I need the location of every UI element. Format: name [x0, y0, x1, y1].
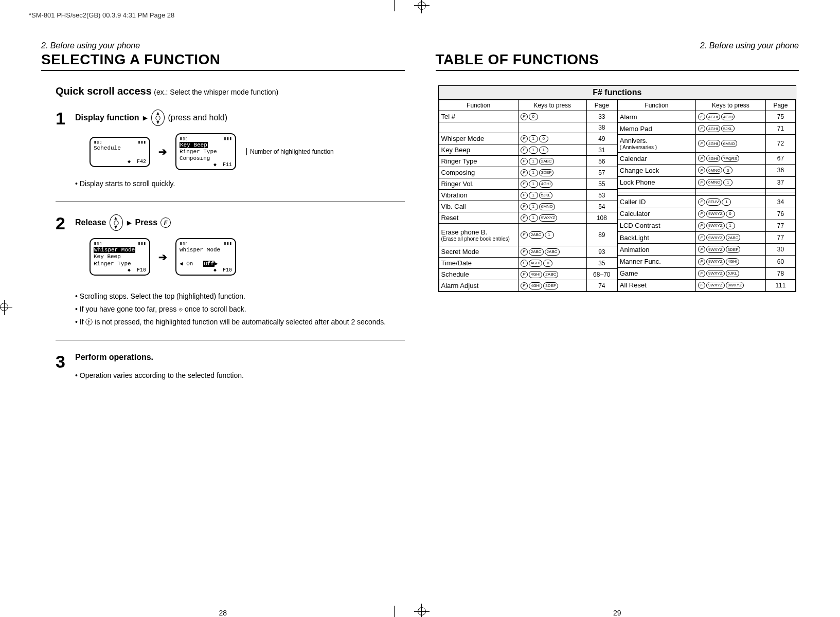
num-key-icon: 9WXYZ	[706, 270, 725, 277]
func-name: Alarm	[620, 113, 693, 121]
f-key-icon: F	[521, 271, 528, 278]
key-sequence: F9WXYZ2ABC	[698, 234, 763, 241]
page-ref: 74	[586, 280, 617, 292]
f-key-icon: F	[698, 113, 705, 120]
step-3: 3 Perform operations. Operation varies a…	[56, 353, 405, 383]
num-key-icon: 4GHI	[706, 155, 720, 162]
f-key-icon: F	[698, 282, 705, 289]
func-name: Alarm Adjust	[441, 282, 516, 289]
num-key-icon: 1	[529, 135, 538, 142]
func-name: Ringer Type	[441, 157, 516, 165]
step-2-num: 2	[56, 214, 70, 329]
num-key-icon: 4GHI	[706, 140, 720, 147]
table-row: ComposingF13DEF57	[439, 167, 617, 178]
page-ref: 53	[586, 190, 617, 201]
func-name: Ringer Vol.	[441, 180, 516, 188]
page-left: 2. Before using your phone SELECTING A F…	[36, 41, 410, 591]
num-key-icon: 9WXYZ	[706, 222, 725, 229]
func-name: Caller ID	[620, 198, 693, 206]
func-name: Calendar	[620, 155, 693, 162]
num-key-icon: 2ABC	[545, 248, 560, 256]
functions-table-title: F# functions	[439, 86, 796, 100]
func-name: Vibration	[441, 191, 516, 199]
page-ref: 57	[586, 167, 617, 178]
num-key-icon: 1	[529, 169, 538, 176]
func-name: BackLight	[620, 234, 693, 242]
page-ref: 75	[765, 111, 795, 123]
key-sequence: F4GHI3DEF	[521, 282, 584, 289]
tri-icon: ▶	[143, 115, 147, 121]
key-sequence: F9WXYZ1	[698, 222, 763, 229]
key-sequence: F9WXYZ5JKL	[698, 270, 763, 277]
th-keys: Keys to press	[518, 100, 586, 111]
page-title-right: TABLE OF FUNCTIONS	[436, 51, 799, 71]
lcd-keybeep: ▮▯▯▮▮▮ Key Beep Ringer Type Composing ◆ …	[175, 133, 236, 170]
key-sequence: F4GHI2ABC	[521, 271, 584, 278]
scroll-key-icon: ▲◯▼	[151, 110, 165, 126]
table-row: Annivers.( Anniversaries )F4GHI6MNO72	[617, 135, 795, 153]
num-key-icon: 0	[539, 135, 548, 142]
page-ref: 37	[765, 176, 795, 188]
f-key-icon: F	[698, 258, 705, 265]
num-key-icon: 0	[529, 113, 538, 120]
page-ref: 49	[586, 133, 617, 144]
page-ref: 78	[765, 267, 795, 279]
th-page-r: Page	[765, 100, 795, 111]
num-key-icon: 9WXYZ	[706, 258, 725, 265]
num-key-icon: 4GHI	[721, 113, 735, 120]
lcd-whisper: ▮▯▯▮▮▮ Whisper Mode Key Beep Ringer Type…	[90, 238, 150, 275]
page-num-left: 28	[219, 609, 227, 617]
page-title-left: SELECTING A FUNCTION	[41, 51, 405, 71]
register-plus-top	[414, 5, 430, 6]
page-ref: 71	[765, 123, 795, 135]
functions-table-right: Function Keys to press Page AlarmF4GHI4G…	[617, 100, 796, 292]
table-row: Change LockF6MNO036	[617, 165, 795, 176]
table-row	[617, 188, 795, 192]
key-sequence: F2ABC1	[521, 231, 584, 239]
key-sequence: F4GHI6MNO	[698, 140, 763, 147]
step-1-bullet: Display starts to scroll quickly.	[75, 178, 405, 189]
table-row: ResetF19WXYZ108	[439, 212, 617, 224]
func-name: Lock Phone	[620, 178, 693, 186]
func-name: Composing	[441, 169, 516, 176]
func-name: Tel #	[441, 113, 516, 120]
func-name: Calculator	[620, 210, 693, 217]
page-ref: 72	[765, 135, 795, 153]
func-name: Annivers.	[620, 137, 693, 144]
f-key-icon: F	[698, 234, 705, 241]
func-name: Reset	[441, 214, 516, 222]
lcd-onoff: ▮▯▯▮▮▮ Whisper Mode ◀ On Off▶ ◆ F10	[175, 238, 236, 275]
num-key-icon: 3DEF	[543, 282, 558, 289]
f-key-icon: F	[698, 198, 705, 206]
f-key-icon: F	[521, 135, 528, 142]
f-key-icon: F	[698, 222, 705, 229]
num-key-icon: 2ABC	[543, 271, 558, 278]
num-key-icon: 4GHI	[706, 125, 720, 132]
f-key-icon: F	[698, 246, 705, 253]
table-row: VibrationF15JKL53	[439, 190, 617, 201]
key-sequence: F4GHI4GHI	[698, 113, 763, 120]
f-key-icon: F	[521, 158, 528, 165]
f-key-icon: F	[698, 179, 705, 186]
f-key-icon: F	[698, 210, 705, 217]
key-sequence: F9WXYZ4GHI	[698, 258, 763, 265]
num-key-icon: 3DEF	[539, 169, 553, 176]
num-key-icon: 6MNO	[721, 140, 737, 147]
func-name: Schedule	[441, 270, 516, 278]
f-key-icon: F	[521, 260, 528, 267]
page-ref: 33	[586, 111, 617, 122]
num-key-icon: 9WXYZ	[539, 214, 558, 222]
page-ref: 36	[765, 165, 795, 176]
table-row: BackLightF9WXYZ2ABC77	[617, 232, 795, 244]
f-key-icon: F	[160, 217, 171, 228]
num-key-icon: 5JKL	[726, 270, 739, 277]
page-ref: 111	[765, 279, 795, 291]
page-ref: 35	[586, 258, 617, 269]
func-name: Erase phone B.	[441, 228, 516, 236]
func-name: Whisper Mode	[441, 135, 516, 142]
page-ref: 108	[586, 212, 617, 224]
table-row: Whisper ModeF1049	[439, 133, 617, 144]
key-sequence: F4GHI5JKL	[698, 125, 763, 132]
num-key-icon: 1	[539, 147, 548, 154]
page-ref: 60	[765, 256, 795, 267]
